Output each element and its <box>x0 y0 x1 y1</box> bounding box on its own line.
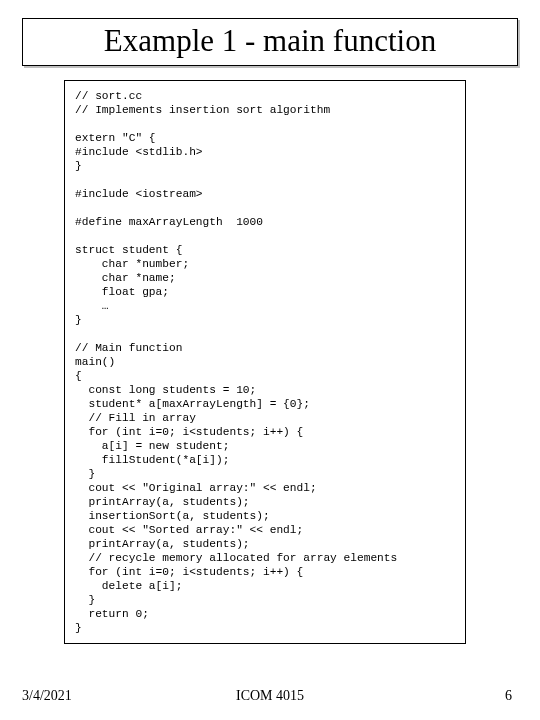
code-listing: // sort.cc // Implements insertion sort … <box>75 89 455 635</box>
footer-course: ICOM 4015 <box>0 688 540 704</box>
slide-title: Example 1 - main function <box>37 23 503 59</box>
footer-page-number: 6 <box>505 688 512 704</box>
slide-title-box: Example 1 - main function <box>22 18 518 66</box>
code-listing-box: // sort.cc // Implements insertion sort … <box>64 80 466 644</box>
